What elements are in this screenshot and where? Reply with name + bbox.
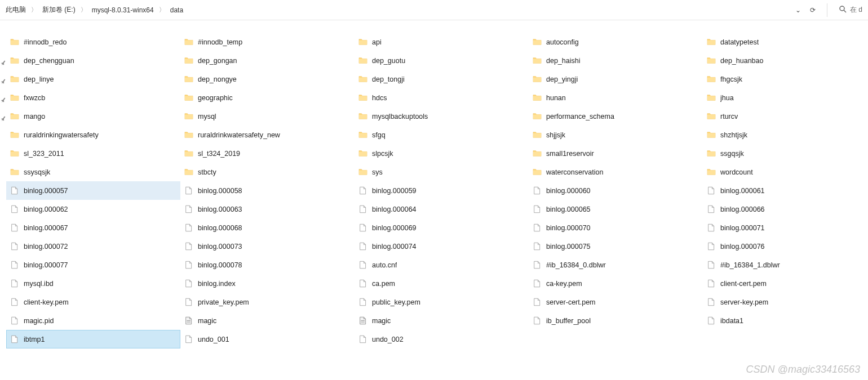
folder-item[interactable]: shjjsjk xyxy=(529,126,703,144)
folder-item[interactable]: sl_t324_2019 xyxy=(180,144,355,163)
folder-item[interactable]: sl_323_2011 xyxy=(6,144,180,163)
file-item[interactable]: undo_001 xyxy=(180,330,355,348)
folder-item[interactable]: dep_guotu xyxy=(355,51,529,70)
breadcrumb-segment[interactable]: data xyxy=(170,6,183,14)
folder-item[interactable]: dep_gongan xyxy=(180,51,355,70)
file-icon xyxy=(532,316,542,326)
file-item[interactable]: binlog.000065 xyxy=(529,200,703,218)
folder-item[interactable]: mango xyxy=(6,107,180,126)
file-item[interactable]: binlog.000064 xyxy=(355,200,529,218)
file-item[interactable]: binlog.000077 xyxy=(6,256,180,274)
folder-item[interactable]: dep_chengguan xyxy=(6,51,180,70)
file-item[interactable]: binlog.000073 xyxy=(180,237,355,256)
file-item[interactable]: ca.pem xyxy=(355,274,529,293)
folder-item[interactable]: small1reservoir xyxy=(529,144,703,163)
folder-item[interactable]: fxwzcb xyxy=(6,88,180,107)
folder-item[interactable]: shzhtjsjk xyxy=(703,126,868,144)
search-placeholder: 在 d xyxy=(850,5,862,15)
folder-item[interactable]: ssgqsjk xyxy=(703,144,868,163)
folder-item[interactable]: jhua xyxy=(703,88,868,107)
folder-item[interactable]: fhgcsjk xyxy=(703,70,868,88)
search-box[interactable]: 在 d xyxy=(839,5,862,15)
folder-item[interactable]: geographic xyxy=(180,88,355,107)
file-item[interactable]: binlog.000061 xyxy=(703,181,868,200)
file-item[interactable]: public_key.pem xyxy=(355,293,529,311)
file-item[interactable]: binlog.000078 xyxy=(180,256,355,274)
file-item[interactable]: binlog.000067 xyxy=(6,218,180,237)
folder-item[interactable]: api xyxy=(355,33,529,51)
file-item[interactable]: binlog.000063 xyxy=(180,200,355,218)
file-item[interactable]: #ib_16384_1.dblwr xyxy=(703,256,868,274)
file-item[interactable]: binlog.000068 xyxy=(180,218,355,237)
pin-icon[interactable] xyxy=(0,79,6,87)
file-item[interactable]: ibdata1 xyxy=(703,311,868,330)
file-item[interactable]: #ib_16384_0.dblwr xyxy=(529,256,703,274)
file-item[interactable]: binlog.000071 xyxy=(703,218,868,237)
pin-icon[interactable] xyxy=(0,116,6,124)
file-item[interactable]: undo_002 xyxy=(355,330,529,348)
folder-item[interactable]: dep_tongji xyxy=(355,70,529,88)
folder-item[interactable]: dep_nongye xyxy=(180,70,355,88)
file-item[interactable]: ib_buffer_pool xyxy=(529,311,703,330)
file-item[interactable]: binlog.000066 xyxy=(703,200,868,218)
folder-item[interactable]: slpcsjk xyxy=(355,144,529,163)
file-item[interactable]: binlog.000069 xyxy=(355,218,529,237)
file-item[interactable]: auto.cnf xyxy=(355,256,529,274)
file-item[interactable]: binlog.000057 xyxy=(6,181,180,200)
folder-item[interactable]: wordcount xyxy=(703,163,868,181)
file-item[interactable]: binlog.000062 xyxy=(6,200,180,218)
breadcrumb-segment[interactable]: 此电脑 xyxy=(6,5,26,15)
folder-item[interactable]: ssysqsjk xyxy=(6,163,180,181)
file-item[interactable]: client-key.pem xyxy=(6,293,180,311)
file-item[interactable]: magic xyxy=(355,311,529,330)
file-item[interactable]: binlog.000059 xyxy=(355,181,529,200)
pin-icon[interactable] xyxy=(0,60,6,68)
folder-item[interactable]: sys xyxy=(355,163,529,181)
folder-item[interactable]: dep_linye xyxy=(6,70,180,88)
folder-item[interactable]: sfgq xyxy=(355,126,529,144)
file-item[interactable]: binlog.000070 xyxy=(529,218,703,237)
folder-item[interactable]: mysql xyxy=(180,107,355,126)
folder-icon xyxy=(184,130,194,140)
folder-item[interactable]: #innodb_temp xyxy=(180,33,355,51)
folder-item[interactable]: datatypetest xyxy=(703,33,868,51)
file-item[interactable]: binlog.index xyxy=(180,274,355,293)
item-label: #ib_16384_0.dblwr xyxy=(546,261,606,269)
folder-item[interactable]: waterconservation xyxy=(529,163,703,181)
folder-item[interactable]: mysqlbackuptools xyxy=(355,107,529,126)
item-label: #ib_16384_1.dblwr xyxy=(720,261,780,269)
refresh-icon[interactable]: ⟳ xyxy=(810,6,816,14)
folder-item[interactable]: dep_huanbao xyxy=(703,51,868,70)
folder-item[interactable]: dep_yingji xyxy=(529,70,703,88)
folder-item[interactable]: stbcty xyxy=(180,163,355,181)
breadcrumb[interactable]: 此电脑 〉 新加卷 (E:) 〉 mysql-8.0.31-winx64 〉 d… xyxy=(6,5,795,15)
breadcrumb-segment[interactable]: mysql-8.0.31-winx64 xyxy=(92,6,154,14)
file-item[interactable]: mysql.ibd xyxy=(6,274,180,293)
folder-item[interactable]: hdcs xyxy=(355,88,529,107)
file-item[interactable]: server-key.pem xyxy=(703,293,868,311)
folder-item[interactable]: ruraldrinkingwatersafety xyxy=(6,126,180,144)
file-item[interactable]: server-cert.pem xyxy=(529,293,703,311)
file-item[interactable]: binlog.000060 xyxy=(529,181,703,200)
file-item[interactable]: binlog.000075 xyxy=(529,237,703,256)
folder-item[interactable]: hunan xyxy=(529,88,703,107)
chevron-down-icon[interactable]: ⌄ xyxy=(795,6,801,14)
file-item[interactable]: binlog.000074 xyxy=(355,237,529,256)
folder-item[interactable]: rturcv xyxy=(703,107,868,126)
folder-item[interactable]: performance_schema xyxy=(529,107,703,126)
folder-item[interactable]: autoconfig xyxy=(529,33,703,51)
pin-icon[interactable] xyxy=(0,97,6,105)
file-item[interactable]: ibtmp1 xyxy=(6,330,180,348)
file-item[interactable]: client-cert.pem xyxy=(703,274,868,293)
breadcrumb-segment[interactable]: 新加卷 (E:) xyxy=(42,5,76,15)
file-item[interactable]: binlog.000076 xyxy=(703,237,868,256)
file-item[interactable]: magic.pid xyxy=(6,311,180,330)
file-item[interactable]: ca-key.pem xyxy=(529,274,703,293)
file-item[interactable]: magic xyxy=(180,311,355,330)
folder-item[interactable]: ruraldrinkwatersafety_new xyxy=(180,126,355,144)
file-item[interactable]: binlog.000058 xyxy=(180,181,355,200)
folder-item[interactable]: #innodb_redo xyxy=(6,33,180,51)
file-item[interactable]: binlog.000072 xyxy=(6,237,180,256)
file-item[interactable]: private_key.pem xyxy=(180,293,355,311)
folder-item[interactable]: dep_haishi xyxy=(529,51,703,70)
